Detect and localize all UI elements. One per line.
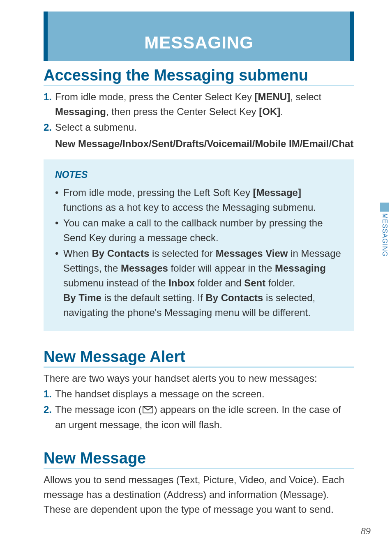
alert-intro: There are two ways your handset alerts y… — [44, 371, 354, 386]
notes-title: NOTES — [55, 168, 343, 182]
alert-steps: 1. The handset displays a message on the… — [44, 387, 354, 433]
section-heading-newmsg: New Message — [44, 450, 354, 469]
text: From idle mode, press the Center Select … — [55, 91, 255, 102]
step-number: 2. — [44, 120, 55, 135]
text-bold: Sent — [244, 277, 265, 288]
text: submenu instead of the — [63, 277, 168, 288]
step-number: 1. — [44, 90, 55, 119]
text: is selected for — [149, 248, 215, 259]
step-text: Select a submenu. — [55, 120, 354, 135]
text: functions as a hot key to access the Mes… — [63, 202, 316, 213]
step-number: 1. — [44, 387, 55, 401]
note-item: • You can make a call to the callback nu… — [55, 216, 343, 245]
text: The handset displays a message on the sc… — [55, 388, 265, 399]
side-tab-marker — [380, 203, 389, 212]
note-text: You can make a call to the callback numb… — [63, 216, 343, 245]
bullet-icon: • — [55, 216, 63, 245]
newmsg-intro: Allows you to send messages (Text, Pictu… — [44, 473, 354, 517]
text: Select a submenu. — [55, 122, 137, 133]
text-bold: Messaging — [275, 263, 326, 274]
step-text: The message icon () appears on the idle … — [55, 402, 354, 433]
side-tab: MESSAGING — [377, 203, 392, 268]
text: folder will appear in the — [168, 263, 275, 274]
side-tab-label: MESSAGING — [381, 213, 388, 257]
section-heading-alert: New Message Alert — [44, 348, 354, 368]
text: When — [63, 248, 92, 259]
envelope-icon — [143, 403, 153, 417]
text: folder. — [265, 277, 295, 288]
bullet-icon: • — [55, 246, 63, 320]
banner-title: MESSAGING — [60, 33, 338, 53]
text-bold: [OK] — [259, 106, 280, 117]
step-subtext-bold: New Message/Inbox/Sent/Drafts/Voicemail/… — [55, 136, 354, 151]
page-banner: MESSAGING — [44, 12, 354, 61]
note-text: When By Contacts is selected for Message… — [63, 246, 343, 320]
step-item: 1. From idle mode, press the Center Sele… — [44, 90, 354, 119]
text: From idle mode, pressing the Left Soft K… — [63, 187, 253, 198]
step-text: From idle mode, press the Center Select … — [55, 90, 354, 119]
text: is the default setting. If — [101, 292, 205, 303]
text-bold: By Time — [63, 292, 101, 303]
text: You can make a call to the callback numb… — [63, 217, 323, 243]
text-bold: Inbox — [168, 277, 195, 288]
text-bold: By Contacts — [92, 248, 149, 259]
text: , then press the Center Select Key — [106, 106, 259, 117]
text: , select — [290, 91, 321, 102]
text-bold: Messaging — [55, 106, 106, 117]
accessing-steps: 1. From idle mode, press the Center Sele… — [44, 90, 354, 151]
note-item: • When By Contacts is selected for Messa… — [55, 246, 343, 320]
note-subtext: By Time is the default setting. If By Co… — [63, 291, 343, 320]
step-item: 2. Select a submenu. — [44, 120, 354, 135]
page-number: 89 — [361, 526, 371, 537]
text-bold: [MENU] — [255, 91, 291, 102]
note-item: • From idle mode, pressing the Left Soft… — [55, 185, 343, 215]
section-heading-accessing: Accessing the Messaging submenu — [44, 67, 354, 86]
text: folder and — [195, 277, 244, 288]
text-bold: Messages — [121, 263, 168, 274]
step-item: 1. The handset displays a message on the… — [44, 387, 354, 401]
step-number: 2. — [44, 402, 55, 433]
page-content: MESSAGING Accessing the Messaging submen… — [0, 0, 392, 542]
text-bold: [Message] — [253, 187, 301, 198]
step-item: 2. The message icon () appears on the id… — [44, 402, 354, 433]
text-bold: Messages View — [216, 248, 288, 259]
note-text: From idle mode, pressing the Left Soft K… — [63, 185, 343, 215]
text: The message icon ( — [55, 404, 142, 415]
text-bold: By Contacts — [205, 292, 263, 303]
notes-box: NOTES • From idle mode, pressing the Lef… — [44, 159, 354, 331]
bullet-icon: • — [55, 185, 63, 215]
text: . — [280, 106, 283, 117]
step-text: The handset displays a message on the sc… — [55, 387, 354, 401]
